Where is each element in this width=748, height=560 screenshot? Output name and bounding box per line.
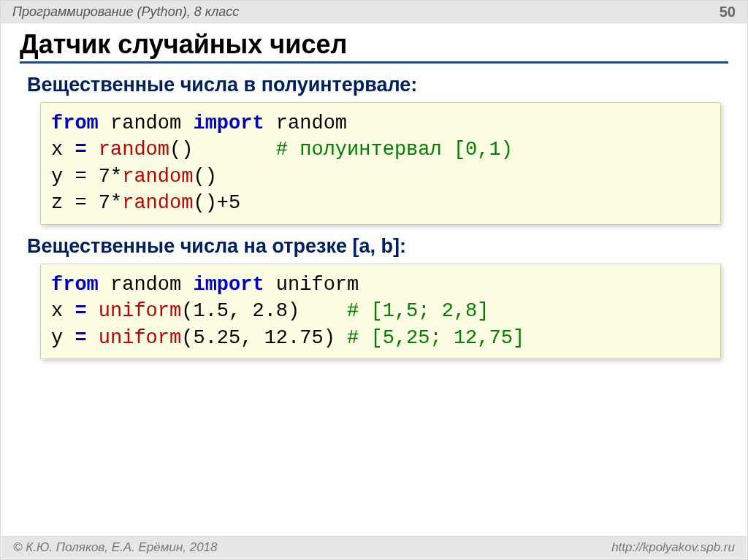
code-text	[87, 139, 99, 161]
page-number: 50	[720, 1, 736, 23]
comment: # полуинтервал [0,1)	[276, 139, 513, 161]
code-text	[87, 327, 99, 349]
footer-bar: © К.Ю. Поляков, Е.А. Ерёмин, 2018 http:/…	[1, 536, 747, 559]
comment: # [1,5; 2,8]	[347, 300, 489, 322]
function-name: uniform	[99, 300, 181, 322]
keyword: from	[51, 274, 99, 296]
code-block-1: from random import random x = random() #…	[40, 102, 721, 225]
function-name: random	[122, 166, 193, 188]
keyword: from	[51, 112, 99, 134]
section1-heading: Вещественные числа в полуинтервале:	[27, 74, 728, 96]
code-text: (1.5, 2.8)	[181, 300, 347, 322]
code-text: z = 7*	[51, 192, 122, 214]
code-text: random	[99, 274, 194, 296]
comment: # [5,25; 12,75]	[347, 327, 524, 349]
code-text: y = 7*	[51, 166, 122, 188]
code-text: uniform	[264, 274, 359, 296]
code-text: y	[51, 327, 75, 349]
footer-url: http://kpolyakov.spb.ru	[611, 537, 735, 559]
operator: =	[75, 139, 86, 161]
keyword: import	[193, 112, 264, 134]
keyword: import	[193, 274, 264, 296]
code-text: (5.25, 12.75)	[181, 327, 347, 349]
function-name: uniform	[99, 327, 181, 349]
copyright: © К.Ю. Поляков, Е.А. Ерёмин, 2018	[13, 537, 218, 559]
code-text: ()+5	[193, 192, 240, 214]
slide: Программирование (Python), 8 класс 50 Да…	[0, 0, 748, 560]
slide-title: Датчик случайных чисел	[20, 29, 728, 64]
code-text: ()	[169, 139, 276, 161]
code-block-2: from random import uniform x = uniform(1…	[40, 264, 721, 359]
code-text: random	[264, 112, 347, 134]
code-text: x	[51, 139, 75, 161]
content: Датчик случайных чисел Вещественные числ…	[1, 23, 747, 359]
code-text: ()	[193, 166, 216, 188]
course-label: Программирование (Python), 8 класс	[12, 1, 239, 23]
function-name: random	[99, 139, 169, 161]
operator: =	[75, 327, 86, 349]
section2-heading: Вещественные числа на отрезке [a, b]:	[27, 235, 728, 258]
code-text	[87, 300, 99, 322]
code-text: random	[99, 112, 194, 134]
operator: =	[75, 300, 86, 322]
code-text: x	[51, 300, 75, 322]
function-name: random	[122, 192, 193, 214]
header-bar: Программирование (Python), 8 класс 50	[1, 1, 747, 23]
